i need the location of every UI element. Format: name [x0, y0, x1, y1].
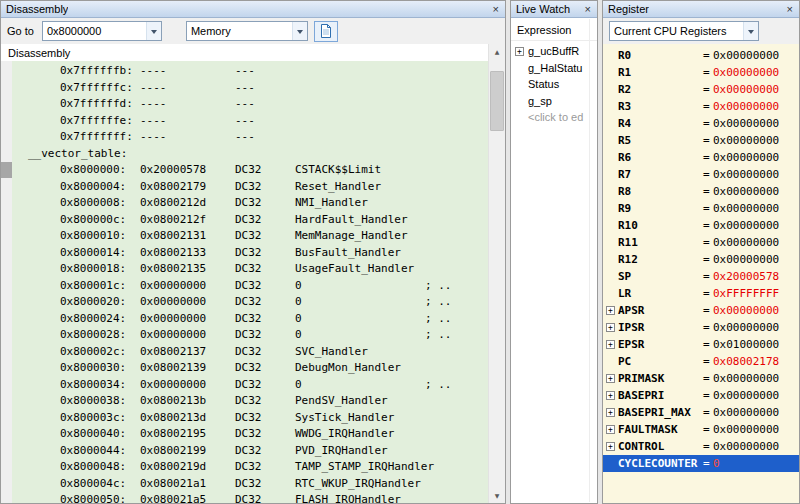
disasm-operand: DebugMon_Handler — [295, 360, 425, 377]
disasm-mnemonic: DC32 — [235, 311, 295, 328]
register-row[interactable]: +FAULTMASK=0x00000000 — [603, 421, 799, 438]
disasm-opcode: 0x20000578 — [140, 162, 235, 179]
disasm-line: 0x8000044:0x08002199DC32PVD_IRQHandler — [12, 443, 488, 460]
register-value: 0xFFFFFFFF — [713, 287, 779, 300]
expand-icon[interactable]: + — [606, 323, 615, 332]
expand-icon[interactable]: + — [606, 340, 615, 349]
register-value: 0x00000000 — [713, 304, 779, 317]
equals-sign: = — [703, 270, 713, 283]
disasm-address: 0x8000034: — [60, 377, 140, 394]
expand-icon[interactable]: + — [606, 306, 615, 315]
register-row[interactable]: +BASEPRI=0x00000000 — [603, 387, 799, 404]
register-row[interactable]: LR=0xFFFFFFFF — [603, 285, 799, 302]
watch-item[interactable]: g_HalStatu — [511, 60, 597, 77]
expand-icon[interactable]: + — [606, 442, 615, 451]
register-row[interactable]: R3=0x00000000 — [603, 98, 799, 115]
register-row[interactable]: +PRIMASK=0x00000000 — [603, 370, 799, 387]
expand-icon[interactable]: + — [606, 374, 615, 383]
live-watch-titlebar[interactable]: Live Watch × — [511, 1, 597, 18]
goto-address-combobox[interactable]: 0x8000000 — [42, 21, 162, 41]
expand-icon[interactable]: + — [606, 425, 615, 434]
goto-address-value: 0x8000000 — [43, 25, 146, 37]
register-row[interactable]: R2=0x00000000 — [603, 81, 799, 98]
register-row[interactable]: R10=0x00000000 — [603, 217, 799, 234]
disasm-address: 0x8000010: — [60, 228, 140, 245]
scroll-down-icon[interactable]: ▼ — [489, 488, 505, 503]
register-row[interactable]: SP=0x20000578 — [603, 268, 799, 285]
view-mode-combobox[interactable]: Memory — [186, 21, 308, 41]
chevron-down-icon[interactable] — [292, 22, 307, 40]
disasm-address: 0x800002c: — [60, 344, 140, 361]
disasm-comment: ; .. — [425, 312, 452, 325]
watch-item[interactable]: +g_ucBuffR — [511, 43, 597, 60]
register-value: 0x00000000 — [713, 406, 779, 419]
disasm-address: 0x7fffffff: — [60, 129, 140, 146]
disasm-mnemonic: DC32 — [235, 492, 295, 503]
register-row[interactable]: +EPSR=0x01000000 — [603, 336, 799, 353]
register-value: 0x00000000 — [713, 202, 779, 215]
expand-icon[interactable]: + — [606, 391, 615, 400]
disasm-line: 0x800003c:0x0800213dDC32SysTick_Handler — [12, 410, 488, 427]
register-row[interactable]: +BASEPRI_MAX=0x00000000 — [603, 404, 799, 421]
disasm-opcode: ---- — [140, 96, 235, 113]
disasm-operand: 0 — [295, 377, 425, 394]
watch-item[interactable]: g_sp — [511, 93, 597, 110]
breakpoint-gutter[interactable] — [1, 61, 12, 503]
register-row[interactable]: R9=0x00000000 — [603, 200, 799, 217]
equals-sign: = — [703, 304, 713, 317]
close-icon[interactable]: × — [582, 4, 594, 15]
register-row[interactable]: R4=0x00000000 — [603, 115, 799, 132]
register-row[interactable]: +APSR=0x00000000 — [603, 302, 799, 319]
chevron-down-icon[interactable] — [146, 22, 161, 40]
register-list: R0=0x00000000R1=0x00000000R2=0x00000000R… — [603, 44, 799, 503]
toggle-source-view-button[interactable] — [314, 21, 338, 42]
register-row[interactable]: R11=0x00000000 — [603, 234, 799, 251]
disasm-operand: NMI_Handler — [295, 195, 425, 212]
disasm-address: 0x800001c: — [60, 278, 140, 295]
panel-title: Register — [608, 3, 649, 15]
disasm-line: 0x8000000:0x20000578DC32CSTACK$$Limit — [12, 162, 488, 179]
scrollbar-track[interactable] — [489, 59, 505, 488]
disasm-line: 0x8000034:0x00000000DC320; .. — [12, 377, 488, 394]
equals-sign: = — [703, 457, 713, 470]
disasm-line: 0x7ffffffb:------- — [12, 63, 488, 80]
register-row[interactable]: CYCLECOUNTER=0 — [603, 455, 799, 472]
register-row[interactable]: R7=0x00000000 — [603, 166, 799, 183]
watch-item[interactable]: Status — [511, 76, 597, 93]
register-name: R9 — [618, 202, 703, 215]
chevron-down-icon[interactable] — [743, 22, 758, 40]
register-value: 0x00000000 — [713, 66, 779, 79]
disassembly-code[interactable]: 0x7ffffffb:-------0x7ffffffc:-------0x7f… — [12, 61, 488, 503]
register-row[interactable]: R6=0x00000000 — [603, 149, 799, 166]
disasm-mnemonic: DC32 — [235, 212, 295, 229]
watch-new-item[interactable]: <click to ed — [511, 109, 597, 126]
expand-icon[interactable]: + — [606, 408, 615, 417]
register-row[interactable]: R5=0x00000000 — [603, 132, 799, 149]
register-value: 0x00000000 — [713, 100, 779, 113]
equals-sign: = — [703, 389, 713, 402]
register-row[interactable]: R8=0x00000000 — [603, 183, 799, 200]
close-icon[interactable]: × — [490, 4, 502, 15]
register-row[interactable]: R1=0x00000000 — [603, 64, 799, 81]
register-row[interactable]: +IPSR=0x00000000 — [603, 319, 799, 336]
disassembly-scrollbar[interactable]: ▲ ▼ — [488, 44, 505, 503]
disasm-opcode: 0x00000000 — [140, 294, 235, 311]
disasm-comment: ; .. — [425, 279, 452, 292]
close-icon[interactable]: × — [784, 4, 796, 15]
register-titlebar[interactable]: Register × — [603, 1, 799, 18]
register-name: R8 — [618, 185, 703, 198]
scrollbar-thumb[interactable] — [490, 71, 504, 131]
disasm-line: 0x8000008:0x0800212dDC32NMI_Handler — [12, 195, 488, 212]
equals-sign: = — [703, 151, 713, 164]
disasm-line: 0x7fffffff:------- — [12, 129, 488, 146]
disasm-operand: PVD_IRQHandler — [295, 443, 425, 460]
register-row[interactable]: PC=0x08002178 — [603, 353, 799, 370]
register-row[interactable]: +CONTROL=0x00000000 — [603, 438, 799, 455]
register-row[interactable]: R0=0x00000000 — [603, 47, 799, 64]
register-row[interactable]: R12=0x00000000 — [603, 251, 799, 268]
register-group-combobox[interactable]: Current CPU Registers — [609, 21, 759, 41]
disassembly-titlebar[interactable]: Disassembly × — [1, 1, 505, 18]
live-watch-list: +g_ucBuffRg_HalStatuStatusg_sp<click to … — [511, 41, 597, 503]
scroll-up-icon[interactable]: ▲ — [489, 44, 505, 59]
expand-icon[interactable]: + — [515, 47, 524, 56]
